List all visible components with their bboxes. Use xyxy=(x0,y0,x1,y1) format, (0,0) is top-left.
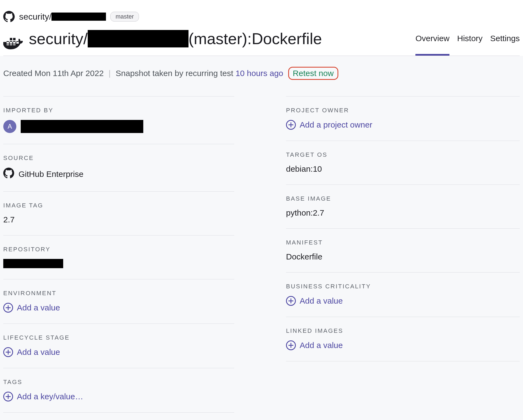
redacted-username xyxy=(21,120,143,133)
page-title: security/(master):Dockerfile xyxy=(29,30,322,56)
add-project-owner-button[interactable]: Add a project owner xyxy=(286,120,520,130)
field-target-os: TARGET OS debian:10 xyxy=(286,141,520,185)
tab-overview[interactable]: Overview xyxy=(415,34,449,56)
separator: | xyxy=(109,69,111,78)
plus-icon xyxy=(3,303,13,313)
title-prefix: security/ xyxy=(29,30,88,47)
target-os-value: debian:10 xyxy=(286,164,520,174)
tab-history[interactable]: History xyxy=(457,34,482,56)
add-tags-button[interactable]: Add a key/value… xyxy=(3,392,234,401)
github-icon xyxy=(3,11,15,22)
breadcrumb-prefix: security/ xyxy=(19,12,51,22)
meta-row: Created Mon 11th Apr 2022 | Snapshot tak… xyxy=(3,67,520,80)
retest-button[interactable]: Retest now xyxy=(288,67,338,80)
imported-by-label: IMPORTED BY xyxy=(3,107,234,114)
snapshot-time-link[interactable]: 10 hours ago xyxy=(236,69,283,78)
environment-label: ENVIRONMENT xyxy=(3,290,234,297)
add-linked-images-button[interactable]: Add a value xyxy=(286,340,520,350)
image-tag-value: 2.7 xyxy=(3,215,234,224)
field-linked-images: LINKED IMAGES Add a value xyxy=(286,317,520,361)
target-os-label: TARGET OS xyxy=(286,151,520,158)
plus-icon xyxy=(3,392,13,401)
field-imported-by: IMPORTED BY A xyxy=(3,96,234,144)
redacted-repository xyxy=(3,259,63,268)
add-environment-button[interactable]: Add a value xyxy=(3,303,234,313)
project-owner-label: PROJECT OWNER xyxy=(286,107,520,114)
field-environment: ENVIRONMENT Add a value xyxy=(3,279,234,324)
plus-icon xyxy=(286,120,296,130)
add-business-crit-button[interactable]: Add a value xyxy=(286,296,520,306)
plus-icon xyxy=(3,347,13,357)
repository-label: REPOSITORY xyxy=(3,246,234,253)
base-image-label: BASE IMAGE xyxy=(286,195,520,202)
plus-icon xyxy=(286,296,296,306)
lifecycle-label: LIFECYCLE STAGE xyxy=(3,334,234,341)
field-repository: REPOSITORY xyxy=(3,235,234,279)
plus-icon xyxy=(286,340,296,350)
docker-icon xyxy=(3,35,23,50)
field-project-owner: PROJECT OWNER Add a project owner xyxy=(286,96,520,141)
redacted-title xyxy=(88,30,188,47)
avatar: A xyxy=(3,120,16,133)
field-lifecycle: LIFECYCLE STAGE Add a value xyxy=(3,324,234,368)
source-label: SOURCE xyxy=(3,155,234,162)
manifest-value: Dockerfile xyxy=(286,252,520,261)
field-tags: TAGS Add a key/value… xyxy=(3,368,234,413)
image-tag-label: IMAGE TAG xyxy=(3,202,234,209)
field-source: SOURCE GitHub Enterprise xyxy=(3,144,234,191)
manifest-label: MANIFEST xyxy=(286,239,520,246)
business-crit-label: BUSINESS CRITICALITY xyxy=(286,283,520,290)
snapshot-text: Snapshot taken by recurring test 10 hour… xyxy=(115,69,283,78)
breadcrumb: security/ master xyxy=(3,11,520,22)
title-suffix: (master):Dockerfile xyxy=(188,30,322,47)
tab-settings[interactable]: Settings xyxy=(490,34,520,56)
base-image-value: python:2.7 xyxy=(286,208,520,217)
field-manifest: MANIFEST Dockerfile xyxy=(286,228,520,272)
add-lifecycle-button[interactable]: Add a value xyxy=(3,347,234,357)
tabs: Overview History Settings xyxy=(415,34,520,56)
created-date: Created Mon 11th Apr 2022 xyxy=(3,69,104,78)
github-icon xyxy=(3,168,14,180)
branch-chip[interactable]: master xyxy=(110,12,139,22)
source-value: GitHub Enterprise xyxy=(19,170,83,179)
tags-label: TAGS xyxy=(3,379,234,386)
linked-images-label: LINKED IMAGES xyxy=(286,327,520,334)
redacted-repo-name xyxy=(51,13,106,21)
field-image-tag: IMAGE TAG 2.7 xyxy=(3,191,234,235)
field-business-criticality: BUSINESS CRITICALITY Add a value xyxy=(286,272,520,317)
field-base-image: BASE IMAGE python:2.7 xyxy=(286,185,520,228)
breadcrumb-path[interactable]: security/ xyxy=(19,12,106,22)
